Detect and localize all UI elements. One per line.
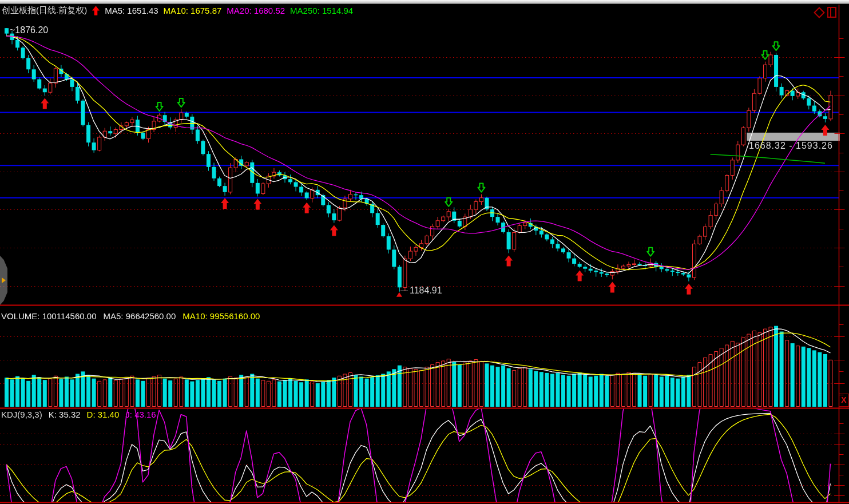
window-top-strip (0, 0, 849, 4)
range-band-label: 1668.32 - 1593.26 (749, 141, 833, 151)
expand-arrow-icon (2, 277, 6, 283)
pointer-line (400, 291, 408, 291)
high-price-label: ~1876.20 (10, 25, 48, 35)
volume-ma5-value: MA5: 96642560.00 (104, 311, 176, 321)
kdj-name: KDJ(9,3,3) (1, 410, 42, 419)
low-price-label: 1184.91 (400, 285, 442, 296)
volume-header: VOLUME: 100114560.00 MA5: 96642560.00 MA… (1, 311, 260, 321)
kdj-d-value: D: 31.40 (87, 410, 120, 419)
volume-value: VOLUME: 100114560.00 (1, 311, 97, 321)
stock-chart-app: 创业板指(日线.前复权) MA5: 1651.43 MA10: 1675.87 … (0, 0, 849, 504)
page-title: 创业板指(日线.前复权) (2, 5, 87, 16)
ma20-value: MA20: 1680.52 (227, 6, 285, 15)
up-arrow-icon (92, 6, 100, 15)
kdj-j-value: J: 43.16 (125, 410, 156, 419)
ma250-value: MA250: 1514.94 (290, 6, 353, 15)
kdj-header: KDJ(9,3,3) K: 35.32 D: 31.40 J: 43.16 (1, 410, 156, 419)
main-chart-header: 创业板指(日线.前复权) MA5: 1651.43 MA10: 1675.87 … (2, 5, 353, 16)
kdj-k-value: K: 35.32 (49, 410, 81, 419)
low-price-text: 1184.91 (410, 285, 442, 296)
ma5-value: MA5: 1651.43 (105, 6, 158, 15)
close-indicator-button[interactable]: X (839, 394, 849, 407)
ma10-value: MA10: 1675.87 (164, 6, 222, 15)
chart-canvas[interactable] (0, 0, 849, 504)
split-window-icon[interactable] (827, 7, 836, 18)
volume-ma10-value: MA10: 99556160.00 (183, 311, 260, 321)
